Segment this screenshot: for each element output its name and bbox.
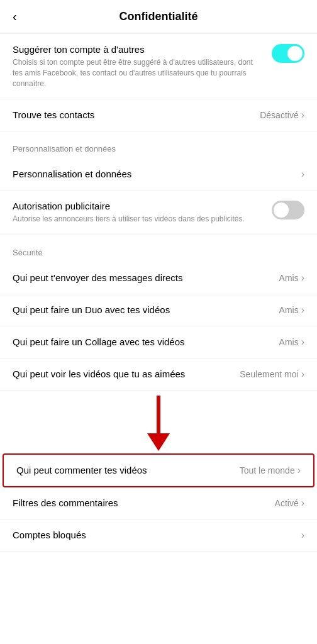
suggest-account-description: Choisis si ton compte peut être être sug… [13,57,264,89]
red-arrow [147,396,170,451]
perso-main: Personnalisation et données [13,169,301,180]
arrow-head [147,433,170,451]
collage-label: Qui peut faire un Collage avec tes vidéo… [13,336,185,347]
comments-chevron: › [298,465,301,476]
suggest-account-text: Suggérer ton compte à d'autres Choisis s… [13,44,264,89]
filters-value: Activé [275,498,299,508]
contacts-value: Désactivé [260,110,298,120]
perso-label: Personnalisation et données [13,169,131,179]
filters-label: Filtres des commentaires [13,497,118,508]
liked-main: Qui peut voir les vidéos que tu as aimée… [13,369,240,380]
liked-chevron: › [301,369,304,380]
perso-section-header: Personnalisation et données [0,131,317,158]
duo-label: Qui peut faire un Duo avec tes vidéos [13,304,170,315]
duo-row[interactable]: Qui peut faire un Duo avec tes vidéos Am… [0,294,317,326]
messages-main: Qui peut t'envoyer des messages directs [13,272,279,284]
arrow-indicator [0,391,317,453]
filters-main: Filtres des commentaires [13,497,275,509]
blocked-row[interactable]: Comptes bloqués › [0,519,317,552]
comments-main: Qui peut commenter tes vidéos [16,465,240,476]
suggest-account-label: Suggérer ton compte à d'autres [13,44,264,55]
ads-label: Autorisation publicitaire [13,201,264,211]
filters-row[interactable]: Filtres des commentaires Activé › [0,487,317,519]
liked-label: Qui peut voir les vidéos que tu as aimée… [13,369,185,379]
blocked-main: Comptes bloqués [13,530,301,541]
suggest-toggle-slider [272,44,304,63]
contacts-row[interactable]: Trouve tes contacts Désactivé › [0,99,317,131]
duo-chevron: › [301,304,304,316]
collage-row[interactable]: Qui peut faire un Collage avec tes vidéo… [0,326,317,358]
duo-value: Amis [279,305,299,315]
messages-chevron: › [301,272,304,284]
collage-chevron: › [301,336,304,348]
ads-toggle-slider [272,201,304,219]
comments-row[interactable]: Qui peut commenter tes vidéos Tout le mo… [3,453,314,487]
contacts-main: Trouve tes contacts [13,109,260,121]
ads-row: Autorisation publicitaire Autorise les a… [0,191,317,235]
liked-value: Seulement moi [240,369,298,379]
suggest-account-row: Suggérer ton compte à d'autres Choisis s… [0,34,317,99]
perso-chevron: › [301,169,304,180]
messages-row[interactable]: Qui peut t'envoyer des messages directs … [0,262,317,294]
collage-main: Qui peut faire un Collage avec tes vidéo… [13,336,279,348]
liked-row[interactable]: Qui peut voir les vidéos que tu as aimée… [0,358,317,391]
contacts-label: Trouve tes contacts [13,109,94,120]
collage-value: Amis [279,337,299,347]
ads-toggle[interactable] [272,201,304,219]
comments-label: Qui peut commenter tes vidéos [16,465,147,475]
arrow-shaft [157,396,160,433]
duo-main: Qui peut faire un Duo avec tes vidéos [13,304,279,316]
blocked-chevron: › [301,530,304,541]
page-header: ‹ Confidentialité [0,0,317,34]
blocked-label: Comptes bloqués [13,530,86,540]
page-title: Confidentialité [120,10,198,23]
contacts-chevron: › [301,109,304,121]
suggest-toggle[interactable] [272,44,304,63]
comments-value: Tout le monde [240,465,295,475]
back-button[interactable]: ‹ [10,7,19,26]
messages-value: Amis [279,273,299,283]
ads-description: Autorise les annonceurs tiers à utiliser… [13,214,264,225]
ads-text: Autorisation publicitaire Autorise les a… [13,201,264,225]
perso-row[interactable]: Personnalisation et données › [0,158,317,191]
messages-label: Qui peut t'envoyer des messages directs [13,272,183,283]
filters-chevron: › [301,497,304,509]
security-section-header: Sécurité [0,235,317,262]
